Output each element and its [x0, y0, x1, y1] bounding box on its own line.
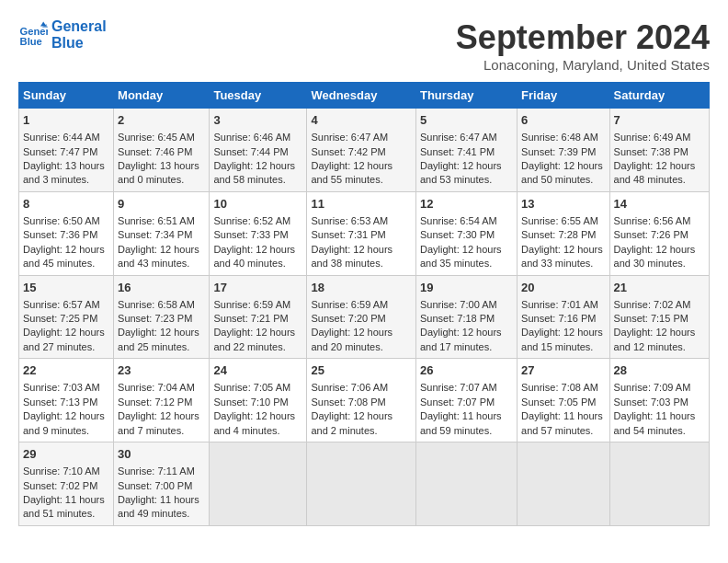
day-cell: 6 Sunrise: 6:48 AM Sunset: 7:39 PM Dayli… [518, 109, 609, 192]
sunset-label: Sunset: 7:34 PM [118, 229, 192, 240]
sunset-label: Sunset: 7:28 PM [521, 229, 596, 240]
day-number: 29 [23, 446, 109, 463]
day-cell: 14 Sunrise: 6:56 AM Sunset: 7:26 PM Dayl… [609, 191, 709, 275]
header-saturday: Saturday [609, 83, 709, 109]
sunset-label: Sunset: 7:25 PM [23, 313, 97, 324]
header-sunday: Sunday [19, 83, 114, 109]
day-number: 27 [521, 362, 605, 379]
day-cell: 10 Sunrise: 6:52 AM Sunset: 7:33 PM Dayl… [210, 191, 307, 275]
daylight-label: Daylight: 12 hours and 45 minutes. [23, 244, 105, 269]
sunrise-label: Sunrise: 6:51 AM [118, 215, 195, 226]
header-friday: Friday [518, 83, 609, 109]
day-cell: 26 Sunrise: 7:07 AM Sunset: 7:07 PM Dayl… [415, 359, 517, 442]
day-cell: 22 Sunrise: 7:03 AM Sunset: 7:13 PM Dayl… [19, 359, 114, 442]
sunrise-label: Sunrise: 6:56 AM [614, 215, 691, 226]
sunrise-label: Sunrise: 7:01 AM [521, 299, 598, 310]
sunrise-label: Sunrise: 6:48 AM [521, 132, 598, 143]
day-number: 30 [118, 446, 205, 463]
daylight-label: Daylight: 12 hours and 7 minutes. [118, 410, 199, 435]
day-number: 9 [118, 196, 205, 213]
day-cell: 24 Sunrise: 7:05 AM Sunset: 7:10 PM Dayl… [210, 359, 307, 442]
day-cell [210, 442, 307, 526]
daylight-label: Daylight: 12 hours and 50 minutes. [521, 160, 603, 185]
day-number: 1 [23, 112, 109, 129]
day-cell: 11 Sunrise: 6:53 AM Sunset: 7:31 PM Dayl… [307, 191, 416, 275]
sunrise-label: Sunrise: 7:04 AM [118, 382, 195, 393]
day-number: 3 [213, 112, 302, 129]
day-number: 2 [118, 112, 205, 129]
day-number: 23 [118, 362, 205, 379]
day-number: 19 [420, 280, 513, 296]
sunrise-label: Sunrise: 6:54 AM [420, 215, 497, 226]
day-number: 11 [311, 196, 412, 213]
day-cell: 7 Sunrise: 6:49 AM Sunset: 7:38 PM Dayli… [609, 109, 709, 192]
sunrise-label: Sunrise: 7:00 AM [420, 299, 497, 310]
day-cell: 8 Sunrise: 6:50 AM Sunset: 7:36 PM Dayli… [19, 191, 114, 275]
daylight-label: Daylight: 12 hours and 4 minutes. [213, 410, 295, 435]
sunset-label: Sunset: 7:03 PM [614, 396, 688, 408]
day-number: 12 [420, 196, 513, 213]
day-number: 16 [118, 280, 205, 296]
logo-line1: General [51, 18, 107, 35]
week-row-2: 8 Sunrise: 6:50 AM Sunset: 7:36 PM Dayli… [19, 191, 710, 275]
day-number: 17 [213, 280, 302, 296]
day-cell: 4 Sunrise: 6:47 AM Sunset: 7:42 PM Dayli… [307, 109, 416, 192]
logo: General Blue General Blue [18, 18, 107, 51]
sunrise-label: Sunrise: 7:09 AM [614, 382, 691, 393]
day-number: 21 [614, 280, 705, 296]
sunset-label: Sunset: 7:20 PM [311, 313, 385, 324]
sunrise-label: Sunrise: 6:52 AM [213, 215, 290, 226]
day-cell [415, 442, 517, 526]
svg-text:Blue: Blue [20, 36, 42, 47]
day-cell: 23 Sunrise: 7:04 AM Sunset: 7:12 PM Dayl… [114, 359, 210, 442]
header-thursday: Thursday [415, 83, 517, 109]
day-number: 25 [311, 362, 412, 379]
sunrise-label: Sunrise: 7:03 AM [23, 382, 100, 393]
day-number: 22 [23, 362, 109, 379]
daylight-label: Daylight: 11 hours and 57 minutes. [521, 410, 603, 435]
daylight-label: Daylight: 12 hours and 48 minutes. [614, 160, 696, 185]
sunrise-label: Sunrise: 7:11 AM [118, 465, 195, 477]
sunset-label: Sunset: 7:44 PM [213, 146, 288, 157]
day-cell: 16 Sunrise: 6:58 AM Sunset: 7:23 PM Dayl… [114, 275, 210, 359]
daylight-label: Daylight: 12 hours and 20 minutes. [311, 327, 392, 351]
day-number: 13 [521, 196, 605, 213]
title-area: September 2024 Lonaconing, Maryland, Uni… [456, 18, 710, 73]
sunset-label: Sunset: 7:02 PM [23, 480, 97, 491]
daylight-label: Daylight: 12 hours and 22 minutes. [213, 327, 295, 351]
day-cell: 20 Sunrise: 7:01 AM Sunset: 7:16 PM Dayl… [518, 275, 609, 359]
daylight-label: Daylight: 12 hours and 15 minutes. [521, 327, 603, 351]
sunrise-label: Sunrise: 6:46 AM [213, 132, 290, 143]
logo-line2: Blue [51, 35, 107, 52]
day-cell: 15 Sunrise: 6:57 AM Sunset: 7:25 PM Dayl… [19, 275, 114, 359]
day-cell: 21 Sunrise: 7:02 AM Sunset: 7:15 PM Dayl… [609, 275, 709, 359]
day-cell: 28 Sunrise: 7:09 AM Sunset: 7:03 PM Dayl… [609, 359, 709, 442]
page-subtitle: Lonaconing, Maryland, United States [456, 57, 710, 73]
daylight-label: Daylight: 11 hours and 49 minutes. [118, 494, 199, 519]
daylight-label: Daylight: 12 hours and 40 minutes. [213, 244, 295, 269]
sunrise-label: Sunrise: 6:59 AM [213, 299, 290, 310]
logo-icon: General Blue [18, 20, 48, 50]
calendar-table: SundayMondayTuesdayWednesdayThursdayFrid… [18, 82, 710, 526]
day-cell: 13 Sunrise: 6:55 AM Sunset: 7:28 PM Dayl… [518, 191, 609, 275]
daylight-label: Daylight: 12 hours and 58 minutes. [213, 160, 295, 185]
daylight-label: Daylight: 11 hours and 51 minutes. [23, 494, 105, 519]
week-row-1: 1 Sunrise: 6:44 AM Sunset: 7:47 PM Dayli… [19, 109, 710, 192]
sunrise-label: Sunrise: 7:07 AM [420, 382, 497, 393]
day-cell: 3 Sunrise: 6:46 AM Sunset: 7:44 PM Dayli… [210, 109, 307, 192]
sunset-label: Sunset: 7:41 PM [420, 146, 495, 157]
day-cell: 19 Sunrise: 7:00 AM Sunset: 7:18 PM Dayl… [415, 275, 517, 359]
day-number: 20 [521, 280, 605, 296]
sunset-label: Sunset: 7:10 PM [213, 396, 288, 408]
sunrise-label: Sunrise: 7:10 AM [23, 465, 100, 477]
sunset-label: Sunset: 7:21 PM [213, 313, 288, 324]
day-cell: 2 Sunrise: 6:45 AM Sunset: 7:46 PM Dayli… [114, 109, 210, 192]
daylight-label: Daylight: 11 hours and 59 minutes. [420, 410, 502, 435]
day-number: 15 [23, 280, 109, 296]
daylight-label: Daylight: 12 hours and 25 minutes. [118, 327, 199, 351]
day-cell: 18 Sunrise: 6:59 AM Sunset: 7:20 PM Dayl… [307, 275, 416, 359]
header-wednesday: Wednesday [307, 83, 416, 109]
page-title: September 2024 [456, 18, 710, 57]
daylight-label: Daylight: 12 hours and 12 minutes. [614, 327, 696, 351]
sunrise-label: Sunrise: 6:55 AM [521, 215, 598, 226]
